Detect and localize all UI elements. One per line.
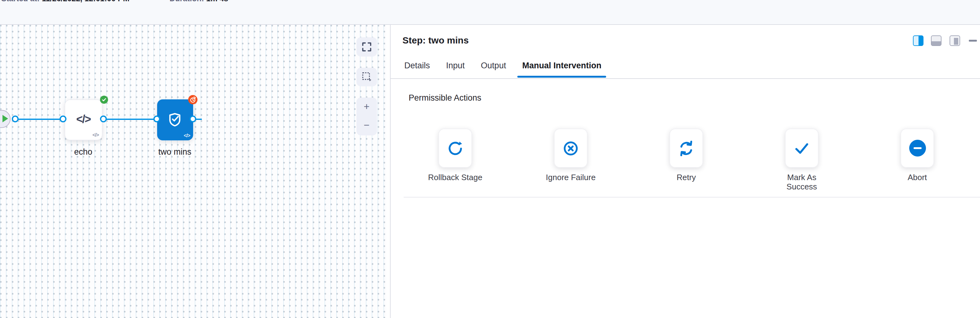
mark-as-success-button[interactable] [785, 129, 819, 168]
action-label: Retry [658, 173, 715, 182]
layout-bottom-panel-icon[interactable] [931, 35, 942, 46]
script-type-icon: </> [92, 132, 99, 138]
minus-circle-icon [909, 140, 926, 156]
zoom-out-button[interactable]: − [364, 121, 369, 131]
duration-value: 1m 4s [206, 0, 228, 3]
execution-meta-bar: Started at: 11/26/2022, 12:01:00 PM Dura… [0, 0, 980, 25]
pipeline-execution-view: Started at: 11/26/2022, 12:01:00 PM Dura… [0, 0, 980, 318]
node-label-echo: echo [58, 147, 108, 156]
layout-right-panel-icon[interactable] [913, 35, 923, 46]
port-start-out [11, 116, 18, 122]
action-label: Rollback Stage [426, 173, 484, 182]
node-label-two-mins: two mins [150, 147, 200, 156]
started-at-label: Started at: [1, 0, 40, 3]
pipeline-canvas[interactable]: </> </> </> echo two mins [0, 25, 386, 318]
sync-icon [678, 140, 695, 157]
tab-input[interactable]: Input [446, 61, 465, 78]
action-retry: Retry [670, 129, 703, 191]
drawer-inner-rect [954, 38, 958, 45]
started-at-value: 11/26/2022, 12:01:00 PM [42, 0, 129, 3]
zoom-control: + − [356, 97, 377, 135]
tab-details[interactable]: Details [404, 61, 430, 78]
tab-manual-intervention[interactable]: Manual Intervention [522, 61, 601, 78]
code-icon: </> [76, 113, 91, 126]
permissible-actions-heading: Permissible Actions [409, 93, 481, 102]
zoom-in-button[interactable]: + [364, 102, 369, 112]
step-details-panel: Step: two mins Details Input Output Manu… [391, 25, 980, 318]
action-rollback-stage: Rollback Stage [439, 129, 472, 191]
permissible-actions-row: Rollback Stage Ignore Failure [391, 129, 980, 191]
action-ignore-failure: Ignore Failure [554, 129, 587, 191]
action-label: Ignore Failure [542, 173, 599, 182]
action-label: Mark As Success [773, 173, 830, 191]
canvas-panel-gutter [386, 25, 390, 318]
ignore-failure-button[interactable] [554, 129, 587, 168]
success-check-badge-icon [100, 95, 108, 103]
panel-tabs: Details Input Output Manual Intervention [404, 61, 601, 78]
rollback-stage-button[interactable] [439, 129, 472, 168]
script-type-icon: </> [184, 133, 190, 138]
layout-drawer-panel-icon[interactable] [950, 35, 960, 46]
port-echo-in [60, 116, 67, 122]
duration: Duration: 1m 4s [170, 0, 228, 3]
step-node-two-mins[interactable]: </> [157, 99, 193, 140]
started-at: Started at: 11/26/2022, 12:01:00 PM [1, 0, 129, 3]
fit-to-screen-button[interactable] [356, 37, 377, 57]
page-title: Step: two mins [402, 35, 469, 45]
rollback-icon [447, 140, 464, 157]
action-mark-as-success: Mark As Success [785, 129, 819, 191]
check-icon [793, 140, 810, 157]
minus-bar [913, 147, 921, 149]
retry-button[interactable] [670, 129, 703, 168]
marquee-select-button[interactable] [356, 67, 377, 86]
action-label: Abort [889, 173, 946, 182]
abort-button[interactable] [900, 129, 934, 168]
port-twomins-in [153, 116, 160, 122]
waiting-timer-badge-icon [188, 95, 197, 104]
circle-x-icon [562, 140, 579, 157]
port-twomins-out [189, 116, 196, 122]
duration-label: Duration: [170, 0, 204, 3]
tab-output[interactable]: Output [481, 61, 506, 78]
edge-start-echo [15, 118, 64, 119]
shield-check-icon [167, 111, 183, 128]
actions-divider [404, 197, 980, 197]
fit-view-icon [361, 41, 372, 53]
port-echo-out [100, 116, 107, 122]
play-icon [3, 115, 8, 122]
action-abort: Abort [900, 129, 934, 191]
tabs-divider [391, 78, 980, 79]
marquee-select-icon [361, 71, 372, 83]
edge-echo-twomins [103, 118, 157, 119]
minimize-panel-icon[interactable] [969, 40, 977, 41]
step-node-echo[interactable]: </> </> [64, 99, 102, 140]
